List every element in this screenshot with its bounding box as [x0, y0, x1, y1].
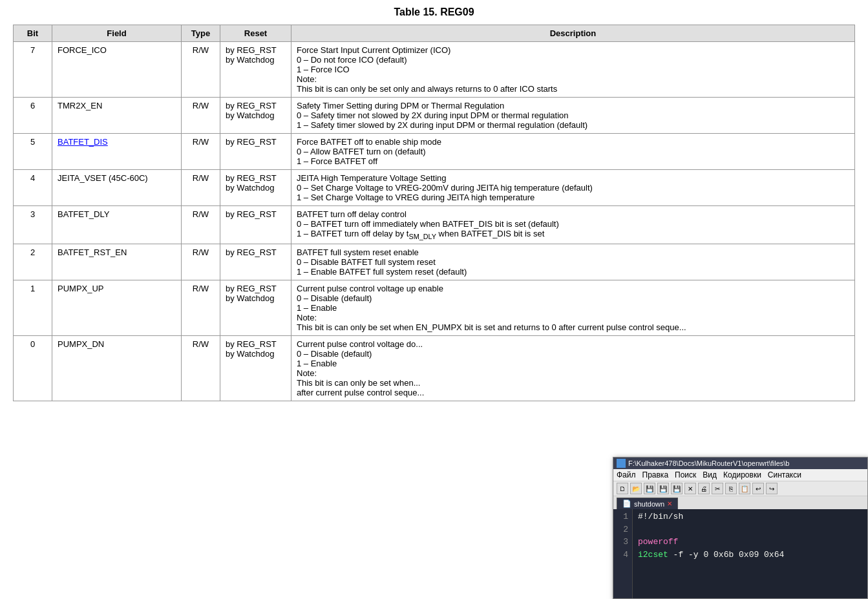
cell-type: R/W	[182, 280, 220, 335]
code-line-4: i2cset -f -y 0 0x6b 0x09 0x64	[638, 549, 862, 562]
cell-reset: by REG_RST by Watchdog	[220, 280, 291, 335]
cell-description: Current pulse control voltage up enable0…	[291, 280, 855, 335]
cell-field: JEITA_VSET (45C-60C)	[52, 170, 182, 206]
code-area[interactable]: #!/bin/sh poweroff i2cset -f -y 0 0x6b 0…	[633, 509, 867, 598]
tab-label: shutdown	[634, 500, 664, 508]
cell-field: BATFET_RST_EN	[52, 244, 182, 280]
col-description: Description	[291, 25, 855, 42]
cell-type: R/W	[182, 170, 220, 206]
cell-field[interactable]: BATFET_DIS	[52, 134, 182, 170]
table-row: 1PUMPX_UPR/Wby REG_RST by WatchdogCurren…	[14, 280, 855, 335]
menu-syntax[interactable]: Синтакси	[768, 470, 801, 479]
cell-reset: by REG_RST	[220, 244, 291, 280]
editor-tabs: 📄 shutdown ✕	[613, 496, 867, 509]
toolbar-close[interactable]: ✕	[684, 483, 696, 494]
menu-edit[interactable]: Правка	[642, 470, 669, 479]
cell-bit: 7	[14, 42, 52, 98]
code-line-2	[638, 523, 862, 536]
cell-type: R/W	[182, 244, 220, 280]
cell-type: R/W	[182, 134, 220, 170]
cell-description: BATFET full system reset enable0 – Disab…	[291, 244, 855, 280]
cell-field: BATFET_DLY	[52, 206, 182, 244]
cell-bit: 0	[14, 335, 52, 401]
cell-field: PUMPX_DN	[52, 335, 182, 401]
toolbar-new[interactable]: 🗋	[617, 483, 628, 494]
editor-title-text: F:\Kulhaker478\Docs\MikuRouterV1\openwrt…	[628, 459, 789, 467]
cell-bit: 3	[14, 206, 52, 244]
menu-file[interactable]: Файл	[617, 470, 636, 479]
cell-field: FORCE_ICO	[52, 42, 182, 98]
menu-encoding[interactable]: Кодировки	[723, 470, 761, 479]
line-numbers: 1 2 3 4	[613, 509, 633, 598]
col-type: Type	[182, 25, 220, 42]
code-line-1: #!/bin/sh	[638, 510, 862, 523]
editor-titlebar: F:\Kulhaker478\Docs\MikuRouterV1\openwrt…	[613, 457, 867, 469]
cell-field: TMR2X_EN	[52, 98, 182, 134]
toolbar-print[interactable]: 🖨	[698, 483, 710, 494]
cell-description: Force Start Input Current Optimizer (ICO…	[291, 42, 855, 98]
reg-table: Bit Field Type Reset Description 7FORCE_…	[13, 25, 855, 401]
cell-bit: 2	[14, 244, 52, 280]
table-row: 6TMR2X_ENR/Wby REG_RST by WatchdogSafety…	[14, 98, 855, 134]
cell-reset: by REG_RST	[220, 134, 291, 170]
cell-reset: by REG_RST	[220, 206, 291, 244]
cell-description: Safety Timer Setting during DPM or Therm…	[291, 98, 855, 134]
editor-menubar: Файл Правка Поиск Вид Кодировки Синтакси	[613, 469, 867, 481]
cell-bit: 4	[14, 170, 52, 206]
tab-close-button[interactable]: ✕	[667, 500, 672, 507]
toolbar-paste[interactable]: 📋	[739, 483, 750, 494]
cell-reset: by REG_RST by Watchdog	[220, 170, 291, 206]
page-wrapper: Table 15. REG09 Bit Field Type Reset Des…	[0, 0, 868, 599]
table-row: 7FORCE_ICOR/Wby REG_RST by WatchdogForce…	[14, 42, 855, 98]
editor-toolbar: 🗋 📂 💾 💾 💾 ✕ 🖨 ✂ ⎘ 📋 ↩ ↪	[613, 481, 867, 496]
cell-bit: 1	[14, 280, 52, 335]
table-row: 5BATFET_DISR/Wby REG_RSTForce BATFET off…	[14, 134, 855, 170]
editor-content: 1 2 3 4 #!/bin/sh poweroff i2cset -f -y …	[613, 509, 867, 598]
tab-icon: 📄	[622, 499, 631, 508]
cell-reset: by REG_RST by Watchdog	[220, 335, 291, 401]
cell-type: R/W	[182, 98, 220, 134]
field-link[interactable]: BATFET_DIS	[58, 137, 108, 147]
cell-reset: by REG_RST by Watchdog	[220, 98, 291, 134]
editor-icon	[617, 459, 626, 468]
col-bit: Bit	[14, 25, 52, 42]
toolbar-undo[interactable]: ↩	[752, 483, 764, 494]
cell-field: PUMPX_UP	[52, 280, 182, 335]
toolbar-save[interactable]: 💾	[644, 483, 655, 494]
table-header-row: Bit Field Type Reset Description	[14, 25, 855, 42]
toolbar-redo[interactable]: ↪	[766, 483, 778, 494]
cell-bit: 6	[14, 98, 52, 134]
cell-type: R/W	[182, 335, 220, 401]
cell-description: Force BATFET off to enable ship mode0 – …	[291, 134, 855, 170]
toolbar-saveas[interactable]: 💾	[657, 483, 669, 494]
table-container: Table 15. REG09 Bit Field Type Reset Des…	[0, 0, 868, 408]
cell-reset: by REG_RST by Watchdog	[220, 42, 291, 98]
code-line-3: poweroff	[638, 536, 862, 549]
col-reset: Reset	[220, 25, 291, 42]
toolbar-copy[interactable]: ⎘	[725, 483, 737, 494]
cell-description: Current pulse control voltage do...0 – D…	[291, 335, 855, 401]
toolbar-open[interactable]: 📂	[630, 483, 642, 494]
cell-bit: 5	[14, 134, 52, 170]
table-row: 3BATFET_DLYR/Wby REG_RSTBATFET turn off …	[14, 206, 855, 244]
toolbar-saveall[interactable]: 💾	[671, 483, 683, 494]
table-row: 2BATFET_RST_ENR/Wby REG_RSTBATFET full s…	[14, 244, 855, 280]
table-row: 0PUMPX_DNR/Wby REG_RST by WatchdogCurren…	[14, 335, 855, 401]
table-row: 4JEITA_VSET (45C-60C)R/Wby REG_RST by Wa…	[14, 170, 855, 206]
cell-type: R/W	[182, 42, 220, 98]
table-title: Table 15. REG09	[13, 6, 855, 18]
menu-view[interactable]: Вид	[703, 470, 717, 479]
menu-search[interactable]: Поиск	[675, 470, 696, 479]
toolbar-cut[interactable]: ✂	[712, 483, 723, 494]
col-field: Field	[52, 25, 182, 42]
editor-tab-shutdown[interactable]: 📄 shutdown ✕	[617, 498, 678, 509]
editor-popup: F:\Kulhaker478\Docs\MikuRouterV1\openwrt…	[613, 457, 868, 599]
cell-type: R/W	[182, 206, 220, 244]
cell-description: BATFET turn off delay control0 – BATFET …	[291, 206, 855, 244]
cell-description: JEITA High Temperature Voltage Setting0 …	[291, 170, 855, 206]
